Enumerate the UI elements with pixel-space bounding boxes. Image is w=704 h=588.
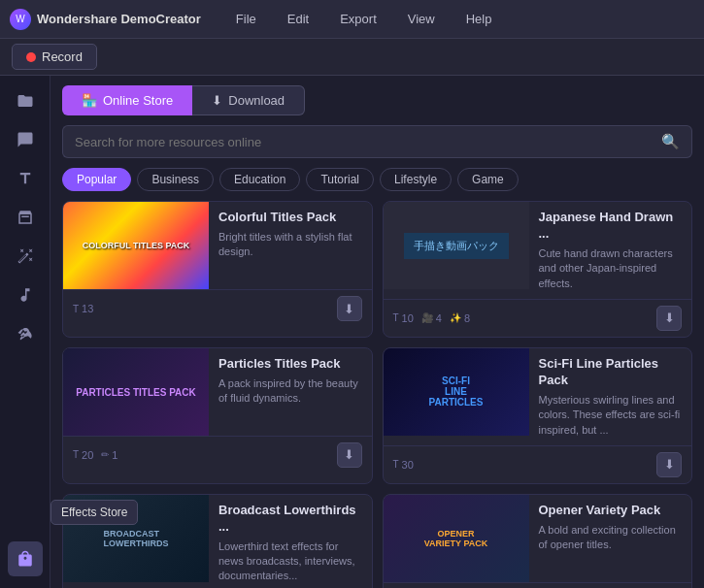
filter-business[interactable]: Business — [137, 168, 214, 191]
menu-bar: W Wondershare DemoCreator File Edit Expo… — [0, 0, 704, 39]
card-download-button[interactable]: ⬇ — [656, 452, 682, 477]
record-label: Record — [42, 49, 83, 64]
card-download-button[interactable]: ⬇ — [337, 296, 362, 321]
card-top: COLORFUL TITLES PACK Colorful Titles Pac… — [63, 202, 372, 289]
cards-grid: COLORFUL TITLES PACK Colorful Titles Pac… — [62, 201, 692, 588]
card-desc: A bold and exciting collection of opener… — [539, 523, 683, 553]
record-button[interactable]: Record — [12, 44, 97, 70]
filter-game[interactable]: Game — [457, 168, 519, 191]
cards-grid-scroll: COLORFUL TITLES PACK Colorful Titles Pac… — [50, 201, 704, 588]
card-title: Japanese Hand Drawn ... — [539, 210, 683, 243]
stat-t-val: 10 — [402, 312, 414, 324]
sidebar-item-rocket[interactable] — [8, 316, 43, 351]
sidebar — [0, 76, 50, 588]
search-button[interactable]: 🔍 — [650, 125, 692, 158]
filter-education[interactable]: Education — [219, 168, 300, 191]
toolbar: Record — [0, 39, 704, 76]
sidebar-item-store[interactable] — [8, 541, 43, 576]
content-area: 🏪 Online Store ⬇ Download 🔍 Popular Busi… — [50, 76, 704, 588]
card-title: Particles Titles Pack — [218, 356, 362, 373]
card-info: Colorful Titles Pack Bright titles with … — [209, 202, 372, 289]
card-thumbnail: SCI-FILINEPARTICLES — [384, 348, 529, 436]
effects-store-tooltip: Effects Store — [50, 500, 138, 525]
thumb-text: PARTICLES TITLES PACK — [76, 386, 196, 397]
card-info: Japanese Hand Drawn ... Cute hand drawn … — [529, 202, 692, 299]
sidebar-item-chat[interactable] — [8, 122, 43, 157]
card-desc: Cute hand drawn characters and other Jap… — [539, 246, 683, 291]
card-desc: Lowerthird text effects for news broadca… — [218, 539, 362, 584]
app-logo-icon: W — [10, 9, 31, 30]
thumb-image: PARTICLES TITLES PACK — [63, 348, 209, 436]
tab-online-store[interactable]: 🏪 Online Store — [62, 85, 192, 115]
store-tabs: 🏪 Online Store ⬇ Download — [50, 76, 704, 115]
card-title: Broadcast Lowerthirds ... — [218, 503, 362, 536]
sidebar-item-folder[interactable] — [8, 83, 43, 118]
card-thumbnail: PARTICLES TITLES PACK — [63, 348, 209, 436]
stat-brush-val: 1 — [112, 449, 117, 461]
filter-lifestyle[interactable]: Lifestyle — [380, 168, 452, 191]
card-bottom: T 20 ✏ 1 ⬇ — [63, 436, 372, 474]
stat-camera-val: 4 — [436, 312, 442, 324]
tab-online-label: Online Store — [103, 93, 173, 108]
menu-view[interactable]: View — [402, 8, 441, 30]
card-particles-titles: PARTICLES TITLES PACK Particles Titles P… — [62, 347, 373, 484]
filter-tutorial[interactable]: Tutorial — [306, 168, 374, 191]
card-thumbnail: OPENERVARIETY PACK — [384, 495, 529, 582]
stat-t-val: 30 — [402, 459, 414, 471]
thumb-image: COLORFUL TITLES PACK — [63, 202, 209, 289]
menu-help[interactable]: Help — [460, 8, 498, 30]
stat-titles: T 13 — [73, 303, 93, 314]
filter-popular[interactable]: Popular — [62, 168, 131, 191]
card-stats: T 13 — [73, 303, 93, 314]
card-download-button[interactable]: ⬇ — [337, 442, 362, 468]
thumb-text: SCI-FILINEPARTICLES — [429, 376, 484, 408]
card-bottom: T 10 🎥 4 ✨ 8 ⬇ — [384, 299, 692, 337]
tab-download-label: Download — [228, 93, 285, 108]
sidebar-item-music[interactable] — [8, 278, 43, 312]
record-dot-icon — [26, 52, 36, 62]
card-desc: Mysterious swirling lines and colors. Th… — [539, 393, 683, 438]
menu-export[interactable]: Export — [334, 8, 383, 30]
card-bottom: T 30 ⬇ — [384, 445, 692, 483]
menu-file[interactable]: File — [230, 8, 262, 30]
card-title: Opener Variety Pack — [539, 503, 683, 519]
main-layout: 🏪 Online Store ⬇ Download 🔍 Popular Busi… — [0, 76, 704, 588]
search-input[interactable] — [62, 125, 650, 158]
card-download-button[interactable]: ⬇ — [656, 306, 682, 331]
stat-titles: T 30 — [393, 459, 414, 471]
card-info: Opener Variety Pack A bold and exciting … — [529, 495, 692, 582]
card-top: PARTICLES TITLES PACK Particles Titles P… — [63, 348, 372, 436]
sidebar-item-effects[interactable] — [8, 239, 43, 274]
card-top: OPENERVARIETY PACK Opener Variety Pack A… — [384, 495, 692, 582]
thumb-image: 手描き動画パック — [384, 202, 529, 289]
titles-icon: T — [73, 304, 79, 314]
card-title: Sci-Fi Line Particles Pack — [539, 356, 683, 389]
card-thumbnail: COLORFUL TITLES PACK — [63, 202, 209, 289]
store-icon: 🏪 — [82, 93, 97, 108]
card-desc: Bright titles with a stylish flat design… — [218, 230, 362, 260]
menu-edit[interactable]: Edit — [282, 8, 315, 30]
effects-store-label: Effects Store — [61, 506, 127, 519]
sidebar-item-text[interactable] — [8, 161, 43, 196]
card-top: SCI-FILINEPARTICLES Sci-Fi Line Particle… — [384, 348, 692, 445]
logo-area: W Wondershare DemoCreator — [10, 9, 201, 30]
card-bottom: T 13 ⬇ — [63, 289, 372, 327]
card-top: 手描き動画パック Japanese Hand Drawn ... Cute ha… — [384, 202, 692, 299]
stat-titles: T 20 — [73, 449, 93, 461]
card-colorful-titles: COLORFUL TITLES PACK Colorful Titles Pac… — [62, 201, 373, 338]
thumb-inner: 手描き動画パック — [404, 233, 509, 259]
card-bottom: ⬇ — [384, 582, 692, 588]
app-name: Wondershare DemoCreator — [37, 12, 201, 26]
tab-download[interactable]: ⬇ Download — [192, 85, 305, 115]
sidebar-item-transition[interactable] — [8, 200, 43, 235]
card-japanese-hand-drawn: 手描き動画パック Japanese Hand Drawn ... Cute ha… — [383, 201, 693, 338]
card-stats: T 10 🎥 4 ✨ 8 — [393, 312, 471, 324]
thumb-image: OPENERVARIETY PACK — [384, 495, 529, 582]
download-tab-icon: ⬇ — [212, 93, 222, 108]
thumb-text: 手描き動画パック — [414, 240, 499, 251]
card-scifi-particles: SCI-FILINEPARTICLES Sci-Fi Line Particle… — [383, 347, 693, 484]
card-info: Broadcast Lowerthirds ... Lowerthird tex… — [209, 495, 372, 588]
stat-fx: ✨ 8 — [450, 312, 470, 324]
card-thumbnail: 手描き動画パック — [384, 202, 529, 289]
thumb-image: SCI-FILINEPARTICLES — [384, 348, 529, 436]
